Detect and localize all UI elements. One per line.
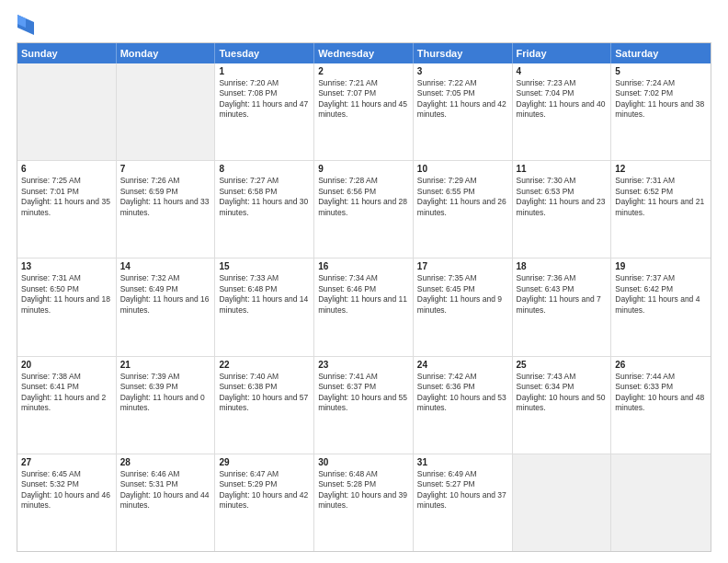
day-number: 20 [21,360,112,370]
day-cell-3: 3Sunrise: 7:22 AM Sunset: 7:05 PM Daylig… [414,63,513,160]
day-number: 22 [219,360,310,370]
day-cell-28: 28Sunrise: 6:46 AM Sunset: 5:31 PM Dayli… [117,454,216,551]
header-day-sunday: Sunday [17,43,117,63]
day-number: 5 [615,66,707,76]
day-info: Sunrise: 6:46 AM Sunset: 5:31 PM Dayligh… [120,469,211,511]
day-cell-7: 7Sunrise: 7:26 AM Sunset: 6:59 PM Daylig… [117,161,216,258]
day-info: Sunrise: 7:41 AM Sunset: 6:37 PM Dayligh… [318,372,409,414]
day-number: 2 [318,66,409,76]
day-cell-31: 31Sunrise: 6:49 AM Sunset: 5:27 PM Dayli… [414,454,513,551]
empty-cell [611,454,711,551]
day-info: Sunrise: 7:20 AM Sunset: 7:08 PM Dayligh… [219,78,310,121]
day-cell-1: 1Sunrise: 7:20 AM Sunset: 7:08 PM Daylig… [215,63,314,160]
calendar-body: 1Sunrise: 7:20 AM Sunset: 7:08 PM Daylig… [17,63,711,551]
day-number: 19 [615,261,707,271]
header-day-saturday: Saturday [611,43,711,63]
day-number: 6 [21,164,112,174]
day-cell-14: 14Sunrise: 7:32 AM Sunset: 6:49 PM Dayli… [117,259,216,355]
header [17,17,711,33]
day-info: Sunrise: 7:32 AM Sunset: 6:49 PM Dayligh… [120,273,211,316]
day-number: 27 [21,457,112,467]
day-info: Sunrise: 7:39 AM Sunset: 6:39 PM Dayligh… [120,372,211,414]
day-info: Sunrise: 7:34 AM Sunset: 6:46 PM Dayligh… [318,273,409,316]
day-cell-29: 29Sunrise: 6:47 AM Sunset: 5:29 PM Dayli… [215,454,314,551]
day-number: 28 [120,457,211,467]
day-cell-19: 19Sunrise: 7:37 AM Sunset: 6:42 PM Dayli… [611,259,711,355]
day-number: 31 [417,457,508,467]
day-cell-4: 4Sunrise: 7:23 AM Sunset: 7:04 PM Daylig… [513,63,612,160]
day-cell-8: 8Sunrise: 7:27 AM Sunset: 6:58 PM Daylig… [215,161,314,258]
day-number: 23 [318,360,409,370]
day-cell-10: 10Sunrise: 7:29 AM Sunset: 6:55 PM Dayli… [414,161,513,258]
calendar-row-1: 6Sunrise: 7:25 AM Sunset: 7:01 PM Daylig… [17,160,711,258]
day-number: 24 [417,360,508,370]
day-cell-25: 25Sunrise: 7:43 AM Sunset: 6:34 PM Dayli… [513,357,612,454]
day-number: 17 [417,261,508,271]
day-info: Sunrise: 6:48 AM Sunset: 5:28 PM Dayligh… [318,469,409,511]
day-cell-2: 2Sunrise: 7:21 AM Sunset: 7:07 PM Daylig… [314,63,414,160]
day-cell-23: 23Sunrise: 7:41 AM Sunset: 6:37 PM Dayli… [314,357,414,454]
day-info: Sunrise: 7:23 AM Sunset: 7:04 PM Dayligh… [517,78,608,121]
logo-text [17,17,34,37]
day-number: 25 [517,360,608,370]
day-info: Sunrise: 6:47 AM Sunset: 5:29 PM Dayligh… [219,469,310,511]
header-day-thursday: Thursday [414,43,513,63]
day-number: 29 [219,457,310,467]
day-cell-17: 17Sunrise: 7:35 AM Sunset: 6:45 PM Dayli… [414,259,513,355]
day-info: Sunrise: 7:22 AM Sunset: 7:05 PM Dayligh… [417,78,508,121]
day-info: Sunrise: 7:38 AM Sunset: 6:41 PM Dayligh… [21,372,112,414]
header-day-wednesday: Wednesday [314,43,414,63]
day-number: 18 [517,261,608,271]
day-number: 1 [219,66,310,76]
day-cell-26: 26Sunrise: 7:44 AM Sunset: 6:33 PM Dayli… [611,357,711,454]
day-number: 8 [219,164,310,174]
day-number: 12 [615,164,707,174]
day-number: 30 [318,457,409,467]
day-info: Sunrise: 7:28 AM Sunset: 6:56 PM Dayligh… [318,176,409,218]
empty-cell [17,63,117,160]
day-info: Sunrise: 7:40 AM Sunset: 6:38 PM Dayligh… [219,372,310,414]
calendar-row-0: 1Sunrise: 7:20 AM Sunset: 7:08 PM Daylig… [17,63,711,160]
day-info: Sunrise: 7:27 AM Sunset: 6:58 PM Dayligh… [219,176,310,218]
day-cell-15: 15Sunrise: 7:33 AM Sunset: 6:48 PM Dayli… [215,259,314,355]
calendar: SundayMondayTuesdayWednesdayThursdayFrid… [17,42,711,552]
day-cell-18: 18Sunrise: 7:36 AM Sunset: 6:43 PM Dayli… [513,259,612,355]
day-info: Sunrise: 6:49 AM Sunset: 5:27 PM Dayligh… [417,469,508,511]
logo-icon [17,15,34,35]
day-cell-11: 11Sunrise: 7:30 AM Sunset: 6:53 PM Dayli… [513,161,612,258]
day-cell-9: 9Sunrise: 7:28 AM Sunset: 6:56 PM Daylig… [314,161,414,258]
day-info: Sunrise: 6:45 AM Sunset: 5:32 PM Dayligh… [21,469,112,511]
day-number: 11 [517,164,608,174]
calendar-row-4: 27Sunrise: 6:45 AM Sunset: 5:32 PM Dayli… [17,454,711,551]
day-info: Sunrise: 7:24 AM Sunset: 7:02 PM Dayligh… [615,78,707,121]
day-cell-21: 21Sunrise: 7:39 AM Sunset: 6:39 PM Dayli… [117,357,216,454]
page: SundayMondayTuesdayWednesdayThursdayFrid… [0,0,728,563]
day-cell-13: 13Sunrise: 7:31 AM Sunset: 6:50 PM Dayli… [17,259,117,355]
day-number: 13 [21,261,112,271]
day-number: 16 [318,261,409,271]
day-info: Sunrise: 7:36 AM Sunset: 6:43 PM Dayligh… [517,273,608,316]
day-number: 4 [517,66,608,76]
day-cell-22: 22Sunrise: 7:40 AM Sunset: 6:38 PM Dayli… [215,357,314,454]
day-number: 15 [219,261,310,271]
day-cell-20: 20Sunrise: 7:38 AM Sunset: 6:41 PM Dayli… [17,357,117,454]
day-info: Sunrise: 7:35 AM Sunset: 6:45 PM Dayligh… [417,273,508,316]
day-number: 7 [120,164,211,174]
calendar-row-3: 20Sunrise: 7:38 AM Sunset: 6:41 PM Dayli… [17,356,711,454]
day-info: Sunrise: 7:21 AM Sunset: 7:07 PM Dayligh… [318,78,409,121]
day-number: 26 [615,360,707,370]
header-day-friday: Friday [513,43,612,63]
day-number: 14 [120,261,211,271]
day-number: 3 [417,66,508,76]
logo [17,17,34,33]
day-info: Sunrise: 7:42 AM Sunset: 6:36 PM Dayligh… [417,372,508,414]
day-info: Sunrise: 7:44 AM Sunset: 6:33 PM Dayligh… [615,372,707,414]
calendar-row-2: 13Sunrise: 7:31 AM Sunset: 6:50 PM Dayli… [17,258,711,355]
day-cell-24: 24Sunrise: 7:42 AM Sunset: 6:36 PM Dayli… [414,357,513,454]
day-info: Sunrise: 7:33 AM Sunset: 6:48 PM Dayligh… [219,273,310,316]
day-number: 21 [120,360,211,370]
calendar-header: SundayMondayTuesdayWednesdayThursdayFrid… [17,43,711,63]
header-day-tuesday: Tuesday [215,43,314,63]
day-cell-27: 27Sunrise: 6:45 AM Sunset: 5:32 PM Dayli… [17,454,117,551]
day-info: Sunrise: 7:30 AM Sunset: 6:53 PM Dayligh… [517,176,608,218]
